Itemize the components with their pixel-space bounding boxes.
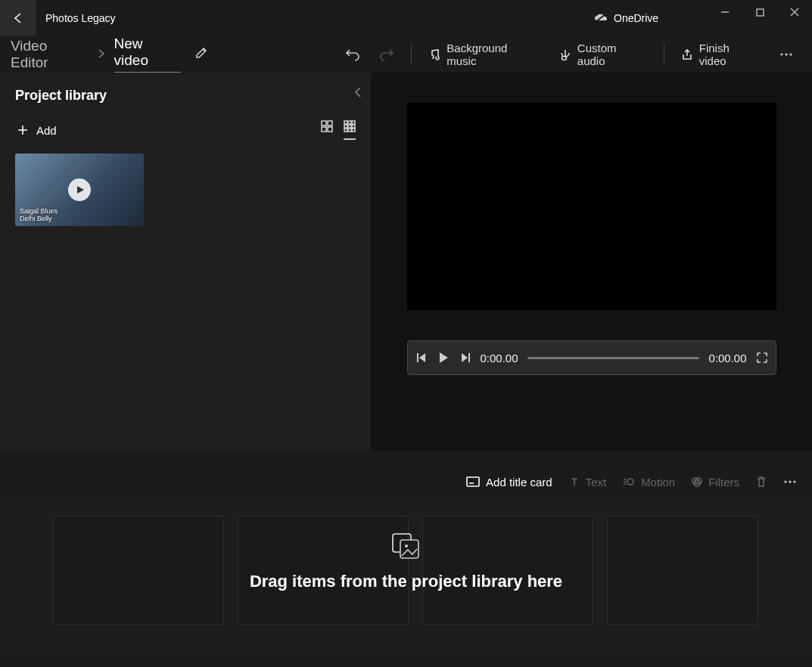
svg-rect-13	[344, 125, 347, 128]
title-card-label: Add title card	[486, 476, 552, 489]
back-arrow-icon	[11, 11, 25, 25]
svg-point-4	[786, 53, 788, 55]
chevron-right-icon	[98, 48, 105, 60]
svg-rect-10	[344, 121, 347, 124]
storyboard-toolbar: Add title card Text Motion Filters	[0, 463, 812, 501]
preview-canvas[interactable]	[407, 103, 776, 310]
small-grid-button[interactable]	[344, 120, 356, 140]
close-button[interactable]	[777, 0, 812, 24]
transport-bar: 0:00.00 0:00.00	[407, 340, 776, 375]
svg-point-5	[790, 53, 792, 55]
redo-icon	[379, 47, 394, 62]
large-grid-button[interactable]	[321, 120, 333, 140]
clip-caption: Saigal Blues Delhi Belly	[20, 208, 58, 223]
pencil-icon	[194, 46, 208, 60]
preview-panel: 0:00.00 0:00.00	[371, 73, 812, 451]
chevron-left-icon	[353, 86, 363, 98]
trash-icon	[756, 476, 767, 488]
more-button[interactable]	[771, 39, 801, 70]
library-toolbar: Add	[15, 120, 356, 140]
toolbar-divider	[411, 44, 412, 65]
main-toolbar: Video Editor New video Background music …	[0, 36, 812, 73]
filters-label: Filters	[708, 476, 739, 489]
main-area: Project library Add	[0, 73, 812, 451]
storyboard-slot[interactable]	[53, 516, 224, 625]
add-label: Add	[36, 124, 57, 137]
add-title-card-button[interactable]: Add title card	[466, 476, 552, 489]
more-horizontal-icon	[779, 48, 793, 61]
svg-rect-18	[352, 129, 355, 132]
svg-rect-17	[348, 129, 351, 132]
current-time: 0:00.00	[481, 352, 518, 365]
seek-track[interactable]	[527, 357, 700, 359]
storyboard-slot[interactable]	[238, 516, 409, 625]
text-button: Text	[569, 476, 607, 489]
text-icon	[569, 476, 580, 487]
background-music-button[interactable]: Background music	[421, 37, 547, 72]
svg-rect-21	[467, 477, 479, 486]
custom-audio-button[interactable]: Custom audio	[552, 37, 655, 72]
breadcrumb-current[interactable]: New video	[114, 36, 181, 73]
svg-point-23	[627, 479, 633, 485]
storyboard-slot[interactable]	[422, 516, 593, 625]
storyboard-slots	[53, 516, 759, 625]
clip-line2: Delhi Belly	[20, 216, 58, 223]
project-library-panel: Project library Add	[0, 73, 371, 451]
step-back-icon	[415, 352, 428, 364]
filters-button: Filters	[692, 476, 739, 489]
step-forward-icon	[459, 352, 471, 364]
svg-rect-20	[468, 353, 470, 362]
minimize-button[interactable]	[708, 0, 742, 24]
rename-button[interactable]	[194, 46, 208, 63]
text-label: Text	[586, 476, 607, 489]
library-title: Project library	[15, 88, 356, 104]
undo-icon	[345, 47, 360, 62]
svg-rect-2	[757, 9, 764, 16]
fullscreen-button[interactable]	[756, 352, 768, 364]
svg-point-30	[784, 480, 786, 482]
play-icon	[437, 351, 450, 365]
maximize-button[interactable]	[742, 0, 777, 24]
background-music-label: Background music	[446, 42, 540, 67]
more-horizontal-icon	[783, 475, 797, 489]
storyboard-slot[interactable]	[607, 516, 758, 625]
finish-video-button[interactable]: Finish video	[674, 37, 767, 72]
svg-rect-7	[328, 121, 332, 126]
toolbar-divider	[664, 44, 664, 65]
play-button[interactable]	[437, 351, 450, 365]
collapse-library-button[interactable]	[353, 86, 363, 101]
motion-icon	[623, 476, 635, 487]
title-card-icon	[466, 476, 480, 487]
svg-rect-14	[348, 125, 351, 128]
storyboard-track[interactable]: Drag items from the project library here	[0, 501, 812, 652]
next-frame-button[interactable]	[459, 352, 471, 364]
breadcrumb-root[interactable]: Video Editor	[11, 38, 89, 71]
delete-button	[756, 476, 767, 488]
total-time: 0:00.00	[708, 352, 746, 365]
svg-point-3	[781, 53, 783, 55]
cloud-off-icon	[594, 13, 608, 23]
close-icon	[790, 8, 799, 17]
view-mode-group	[321, 120, 356, 140]
onedrive-status[interactable]: OneDrive	[594, 12, 658, 24]
grid-small-icon	[344, 120, 356, 132]
add-media-button[interactable]: Add	[15, 121, 58, 140]
plus-icon	[17, 124, 29, 136]
finish-video-label: Finish video	[699, 42, 760, 67]
storyboard-more-button[interactable]	[783, 475, 797, 489]
fullscreen-icon	[756, 352, 768, 364]
back-button[interactable]	[0, 0, 36, 36]
svg-point-31	[789, 480, 791, 482]
prev-frame-button[interactable]	[415, 352, 428, 364]
library-grid: Saigal Blues Delhi Belly	[15, 154, 356, 226]
play-overlay-icon	[68, 178, 91, 201]
svg-rect-9	[328, 127, 332, 132]
onedrive-label: OneDrive	[614, 12, 658, 24]
titlebar: Photos Legacy OneDrive	[0, 0, 812, 36]
library-clip[interactable]: Saigal Blues Delhi Belly	[15, 154, 144, 226]
svg-rect-8	[322, 127, 326, 132]
motion-label: Motion	[641, 476, 675, 489]
redo-button	[372, 39, 403, 70]
export-icon	[681, 48, 693, 60]
undo-button[interactable]	[338, 39, 368, 70]
